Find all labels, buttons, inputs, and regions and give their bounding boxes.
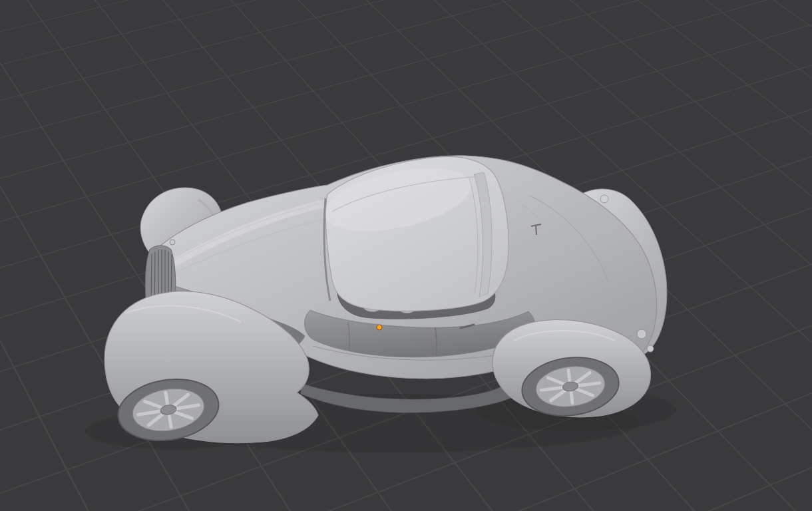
- rear-knob-2: [647, 345, 654, 352]
- rear-knob-1: [637, 329, 646, 339]
- radiator-cap: [170, 240, 175, 245]
- 3d-viewport[interactable]: [0, 0, 812, 511]
- tail-light-knob: [600, 195, 608, 203]
- object-origin-indicator[interactable]: [377, 325, 382, 330]
- car-model[interactable]: [0, 0, 812, 511]
